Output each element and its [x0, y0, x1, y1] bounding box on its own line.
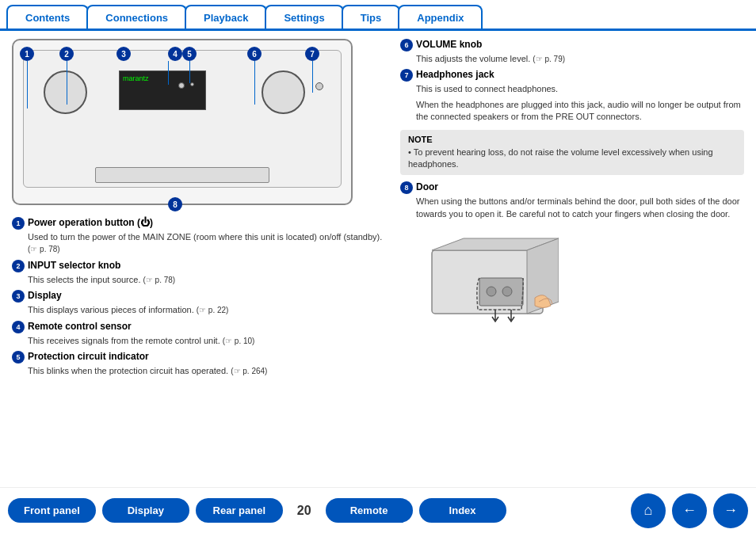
item-1-desc: Used to turn the power of the MAIN ZONE …: [28, 231, 384, 256]
left-panel: marantz 1 2 3 4 5: [12, 39, 384, 474]
item-7: 7 Headphones jack This is used to connec…: [400, 69, 744, 123]
num-4: 4: [168, 47, 182, 61]
item-2-ref: (☞ p. 78): [143, 276, 176, 284]
item-7-desc: This is used to connect headphones.: [416, 83, 744, 95]
item-8: 8 Door When using the buttons and/or ter…: [400, 181, 744, 220]
note-text: • To prevent hearing loss, do not raise …: [408, 147, 736, 171]
line-5: [189, 61, 190, 83]
indicator-diagram: [190, 82, 194, 86]
display-button[interactable]: Display: [102, 498, 189, 523]
display-diagram: marantz: [119, 70, 206, 110]
item-3-desc: This displays various pieces of informat…: [28, 304, 384, 316]
volume-knob-diagram: [262, 70, 305, 114]
back-icon: ←: [682, 502, 697, 519]
left-descriptions: 1 Power operation button (⏻) Used to tur…: [12, 217, 384, 377]
item-2-desc: This selects the input source. (☞ p. 78): [28, 274, 384, 286]
bullet-5: 5: [12, 351, 25, 364]
item-1: 1 Power operation button (⏻) Used to tur…: [12, 217, 384, 256]
note-label: NOTE: [408, 135, 736, 144]
item-4-title: Remote control sensor: [28, 321, 132, 332]
item-1-ref: (☞ p. 78): [28, 245, 60, 253]
item-2-title: INPUT selector knob: [28, 260, 120, 271]
bullet-2: 2: [12, 260, 25, 272]
bullet-7: 7: [400, 69, 413, 82]
line-6: [254, 61, 255, 105]
bullet-4: 4: [12, 321, 25, 333]
num-1: 1: [20, 47, 34, 61]
item-8-title: Door: [416, 181, 438, 192]
tab-settings[interactable]: Settings: [265, 5, 343, 29]
remote-button[interactable]: Remote: [326, 498, 413, 523]
page-number: 20: [297, 504, 311, 518]
index-button[interactable]: Index: [419, 498, 506, 523]
door-diagram: [95, 167, 269, 183]
tab-tips[interactable]: Tips: [342, 5, 401, 29]
device-inner: marantz: [23, 50, 342, 188]
device-diagram: marantz 1 2 3 4 5: [12, 39, 353, 205]
item-4-desc: This receives signals from the remote co…: [28, 335, 384, 347]
item-3-ref: (☞ p. 22): [197, 306, 229, 314]
headphone-jack-diagram: [315, 82, 323, 90]
line-1: [27, 61, 28, 109]
tab-appendix[interactable]: Appendix: [398, 5, 483, 29]
line-2: [67, 61, 67, 105]
bullet-3: 3: [12, 290, 25, 303]
line-3: [168, 61, 169, 85]
svg-point-4: [487, 287, 496, 296]
num-3: 3: [116, 47, 131, 61]
item-7-desc2: When the headphones are plugged into thi…: [416, 99, 744, 124]
right-panel: 6 VOLUME knob This adjusts the volume le…: [392, 39, 744, 474]
bullet-8: 8: [400, 181, 413, 194]
item-7-title: Headphones jack: [416, 69, 494, 80]
tab-connections[interactable]: Connections: [86, 5, 187, 29]
item-2: 2 INPUT selector knob This selects the i…: [12, 260, 384, 286]
item-1-title: Power operation button (⏻): [28, 217, 153, 228]
tab-playback[interactable]: Playback: [185, 5, 267, 29]
num-6: 6: [247, 47, 262, 61]
forward-icon: →: [724, 502, 738, 519]
forward-button[interactable]: →: [713, 493, 748, 528]
front-panel-button[interactable]: Front panel: [8, 498, 96, 523]
rear-panel-button[interactable]: Rear panel: [196, 498, 283, 523]
item-5: 5 Protection circuit indicator This blin…: [12, 351, 384, 377]
door-svg: [400, 227, 559, 329]
item-5-desc: This blinks when the protection circuit …: [28, 365, 384, 377]
home-button[interactable]: ⌂: [631, 493, 666, 528]
item-4-ref: (☞ p. 10): [223, 337, 255, 345]
tab-contents[interactable]: Contents: [6, 5, 89, 29]
line-7: [312, 61, 313, 93]
item-8-desc: When using the buttons and/or terminals …: [416, 196, 744, 220]
svg-rect-3: [479, 278, 523, 306]
remote-sensor-diagram: [178, 82, 185, 89]
item-5-ref: (☞ p. 264): [231, 367, 267, 375]
top-nav: Contents Connections Playback Settings T…: [0, 0, 756, 31]
main-content: marantz 1 2 3 4 5: [0, 31, 756, 482]
num-5: 5: [182, 47, 197, 61]
num-2: 2: [59, 47, 74, 61]
bullet-6: 6: [400, 39, 413, 51]
input-knob-diagram: [44, 70, 87, 114]
item-3: 3 Display This displays various pieces o…: [12, 290, 384, 316]
svg-point-5: [502, 287, 512, 296]
bullet-1: 1: [12, 217, 25, 230]
back-button[interactable]: ←: [672, 493, 707, 528]
door-illustration: [400, 227, 744, 332]
item-5-title: Protection circuit indicator: [28, 351, 149, 362]
item-3-title: Display: [28, 290, 62, 301]
note-box: NOTE • To prevent hearing loss, do not r…: [400, 130, 744, 176]
item-6: 6 VOLUME knob This adjusts the volume le…: [400, 39, 744, 65]
item-6-title: VOLUME knob: [416, 39, 482, 50]
home-icon: ⌂: [644, 502, 653, 519]
num-7: 7: [305, 47, 319, 61]
bottom-nav: Front panel Display Rear panel 20 Remote…: [0, 487, 756, 533]
num-8: 8: [168, 197, 182, 211]
item-4: 4 Remote control sensor This receives si…: [12, 321, 384, 347]
item-6-desc: This adjusts the volume level. (☞ p. 79): [416, 53, 744, 65]
